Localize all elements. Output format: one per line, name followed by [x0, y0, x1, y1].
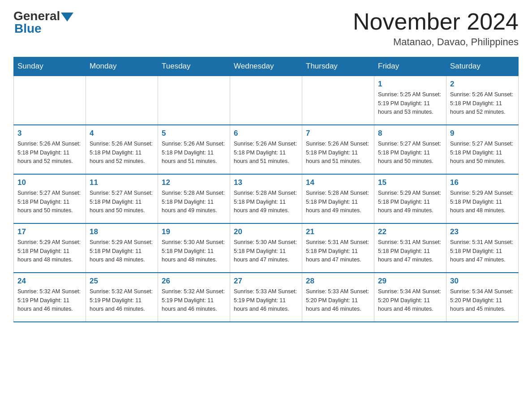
day-number: 2 — [450, 80, 515, 89]
day-number: 1 — [378, 80, 442, 89]
day-number: 29 — [378, 277, 442, 286]
day-number: 22 — [378, 227, 442, 236]
page-header: General Blue November 2024 Matanao, Dava… — [13, 9, 519, 48]
day-info: Sunrise: 5:33 AM Sunset: 5:20 PM Dayligh… — [306, 287, 370, 313]
calendar-cell: 26Sunrise: 5:32 AM Sunset: 5:19 PM Dayli… — [158, 273, 230, 322]
weekday-header-thursday: Thursday — [302, 57, 374, 76]
day-number: 9 — [450, 129, 515, 138]
day-number: 12 — [162, 178, 226, 187]
calendar-cell — [14, 76, 86, 125]
calendar-cell: 9Sunrise: 5:27 AM Sunset: 5:18 PM Daylig… — [446, 125, 519, 174]
day-number: 26 — [162, 277, 226, 286]
calendar-week-row: 3Sunrise: 5:26 AM Sunset: 5:18 PM Daylig… — [14, 125, 519, 174]
day-info: Sunrise: 5:31 AM Sunset: 5:18 PM Dayligh… — [450, 238, 515, 264]
day-info: Sunrise: 5:27 AM Sunset: 5:18 PM Dayligh… — [378, 140, 442, 166]
day-info: Sunrise: 5:25 AM Sunset: 5:19 PM Dayligh… — [378, 90, 442, 116]
calendar-cell: 12Sunrise: 5:28 AM Sunset: 5:18 PM Dayli… — [158, 174, 230, 223]
calendar-cell — [230, 76, 302, 125]
calendar-cell: 8Sunrise: 5:27 AM Sunset: 5:18 PM Daylig… — [374, 125, 446, 174]
calendar-cell — [86, 76, 158, 125]
calendar-week-row: 1Sunrise: 5:25 AM Sunset: 5:19 PM Daylig… — [14, 76, 519, 125]
day-number: 20 — [234, 227, 298, 236]
logo-blue-text: Blue — [14, 21, 42, 36]
calendar-cell: 30Sunrise: 5:34 AM Sunset: 5:20 PM Dayli… — [446, 273, 519, 322]
calendar-cell: 24Sunrise: 5:32 AM Sunset: 5:19 PM Dayli… — [14, 273, 86, 322]
day-number: 21 — [306, 227, 370, 236]
day-info: Sunrise: 5:34 AM Sunset: 5:20 PM Dayligh… — [378, 287, 442, 313]
calendar-cell: 11Sunrise: 5:27 AM Sunset: 5:18 PM Dayli… — [86, 174, 158, 223]
calendar-cell: 20Sunrise: 5:30 AM Sunset: 5:18 PM Dayli… — [230, 223, 302, 273]
day-info: Sunrise: 5:32 AM Sunset: 5:19 PM Dayligh… — [162, 287, 226, 313]
calendar-cell: 4Sunrise: 5:26 AM Sunset: 5:18 PM Daylig… — [86, 125, 158, 174]
calendar-cell: 14Sunrise: 5:28 AM Sunset: 5:18 PM Dayli… — [302, 174, 374, 223]
day-info: Sunrise: 5:27 AM Sunset: 5:18 PM Dayligh… — [90, 189, 154, 215]
day-number: 3 — [17, 129, 82, 138]
day-info: Sunrise: 5:34 AM Sunset: 5:20 PM Dayligh… — [450, 287, 515, 313]
day-number: 13 — [234, 178, 298, 187]
day-number: 6 — [234, 129, 298, 138]
calendar-cell: 1Sunrise: 5:25 AM Sunset: 5:19 PM Daylig… — [374, 76, 446, 125]
day-number: 18 — [90, 227, 154, 236]
day-info: Sunrise: 5:26 AM Sunset: 5:18 PM Dayligh… — [90, 140, 154, 166]
day-info: Sunrise: 5:30 AM Sunset: 5:18 PM Dayligh… — [162, 238, 226, 264]
day-info: Sunrise: 5:27 AM Sunset: 5:18 PM Dayligh… — [450, 140, 515, 166]
calendar-cell: 29Sunrise: 5:34 AM Sunset: 5:20 PM Dayli… — [374, 273, 446, 322]
month-title: November 2024 — [353, 9, 519, 34]
day-info: Sunrise: 5:31 AM Sunset: 5:18 PM Dayligh… — [306, 238, 370, 264]
day-info: Sunrise: 5:28 AM Sunset: 5:18 PM Dayligh… — [162, 189, 226, 215]
calendar-cell: 25Sunrise: 5:32 AM Sunset: 5:19 PM Dayli… — [86, 273, 158, 322]
calendar-cell: 23Sunrise: 5:31 AM Sunset: 5:18 PM Dayli… — [446, 223, 519, 273]
calendar-week-row: 10Sunrise: 5:27 AM Sunset: 5:18 PM Dayli… — [14, 174, 519, 223]
weekday-header-monday: Monday — [86, 57, 158, 76]
calendar-cell: 27Sunrise: 5:33 AM Sunset: 5:19 PM Dayli… — [230, 273, 302, 322]
logo: General Blue — [13, 9, 73, 36]
day-number: 16 — [450, 178, 515, 187]
day-info: Sunrise: 5:27 AM Sunset: 5:18 PM Dayligh… — [17, 189, 82, 215]
calendar-cell: 6Sunrise: 5:26 AM Sunset: 5:18 PM Daylig… — [230, 125, 302, 174]
calendar-cell: 3Sunrise: 5:26 AM Sunset: 5:18 PM Daylig… — [14, 125, 86, 174]
calendar-cell: 22Sunrise: 5:31 AM Sunset: 5:18 PM Dayli… — [374, 223, 446, 273]
calendar-cell: 15Sunrise: 5:29 AM Sunset: 5:18 PM Dayli… — [374, 174, 446, 223]
location-title: Matanao, Davao, Philippines — [353, 36, 519, 48]
title-section: November 2024 Matanao, Davao, Philippine… — [353, 9, 519, 48]
day-info: Sunrise: 5:28 AM Sunset: 5:18 PM Dayligh… — [306, 189, 370, 215]
calendar-cell: 28Sunrise: 5:33 AM Sunset: 5:20 PM Dayli… — [302, 273, 374, 322]
weekday-header-tuesday: Tuesday — [158, 57, 230, 76]
day-info: Sunrise: 5:26 AM Sunset: 5:18 PM Dayligh… — [450, 90, 515, 116]
day-info: Sunrise: 5:28 AM Sunset: 5:18 PM Dayligh… — [234, 189, 298, 215]
day-number: 30 — [450, 277, 515, 286]
calendar-cell: 17Sunrise: 5:29 AM Sunset: 5:18 PM Dayli… — [14, 223, 86, 273]
day-info: Sunrise: 5:26 AM Sunset: 5:18 PM Dayligh… — [17, 140, 82, 166]
calendar-cell: 2Sunrise: 5:26 AM Sunset: 5:18 PM Daylig… — [446, 76, 519, 125]
calendar-cell: 5Sunrise: 5:26 AM Sunset: 5:18 PM Daylig… — [158, 125, 230, 174]
day-number: 11 — [90, 178, 154, 187]
day-info: Sunrise: 5:26 AM Sunset: 5:18 PM Dayligh… — [162, 140, 226, 166]
day-number: 24 — [17, 277, 82, 286]
weekday-header-row: SundayMondayTuesdayWednesdayThursdayFrid… — [14, 57, 519, 76]
day-number: 14 — [306, 178, 370, 187]
calendar-week-row: 24Sunrise: 5:32 AM Sunset: 5:19 PM Dayli… — [14, 273, 519, 322]
calendar-cell: 13Sunrise: 5:28 AM Sunset: 5:18 PM Dayli… — [230, 174, 302, 223]
logo-triangle-icon — [61, 13, 73, 21]
day-info: Sunrise: 5:26 AM Sunset: 5:18 PM Dayligh… — [234, 140, 298, 166]
day-info: Sunrise: 5:33 AM Sunset: 5:19 PM Dayligh… — [234, 287, 298, 313]
weekday-header-sunday: Sunday — [14, 57, 86, 76]
day-number: 5 — [162, 129, 226, 138]
day-info: Sunrise: 5:31 AM Sunset: 5:18 PM Dayligh… — [378, 238, 442, 264]
calendar-cell: 7Sunrise: 5:26 AM Sunset: 5:18 PM Daylig… — [302, 125, 374, 174]
day-info: Sunrise: 5:32 AM Sunset: 5:19 PM Dayligh… — [90, 287, 154, 313]
day-number: 4 — [90, 129, 154, 138]
day-info: Sunrise: 5:30 AM Sunset: 5:18 PM Dayligh… — [234, 238, 298, 264]
day-info: Sunrise: 5:32 AM Sunset: 5:19 PM Dayligh… — [17, 287, 82, 313]
day-number: 17 — [17, 227, 82, 236]
weekday-header-saturday: Saturday — [446, 57, 519, 76]
weekday-header-wednesday: Wednesday — [230, 57, 302, 76]
day-info: Sunrise: 5:26 AM Sunset: 5:18 PM Dayligh… — [306, 140, 370, 166]
calendar-week-row: 17Sunrise: 5:29 AM Sunset: 5:18 PM Dayli… — [14, 223, 519, 273]
calendar-cell: 19Sunrise: 5:30 AM Sunset: 5:18 PM Dayli… — [158, 223, 230, 273]
day-number: 15 — [378, 178, 442, 187]
day-info: Sunrise: 5:29 AM Sunset: 5:18 PM Dayligh… — [90, 238, 154, 264]
day-info: Sunrise: 5:29 AM Sunset: 5:18 PM Dayligh… — [17, 238, 82, 264]
day-number: 8 — [378, 129, 442, 138]
calendar-cell: 21Sunrise: 5:31 AM Sunset: 5:18 PM Dayli… — [302, 223, 374, 273]
